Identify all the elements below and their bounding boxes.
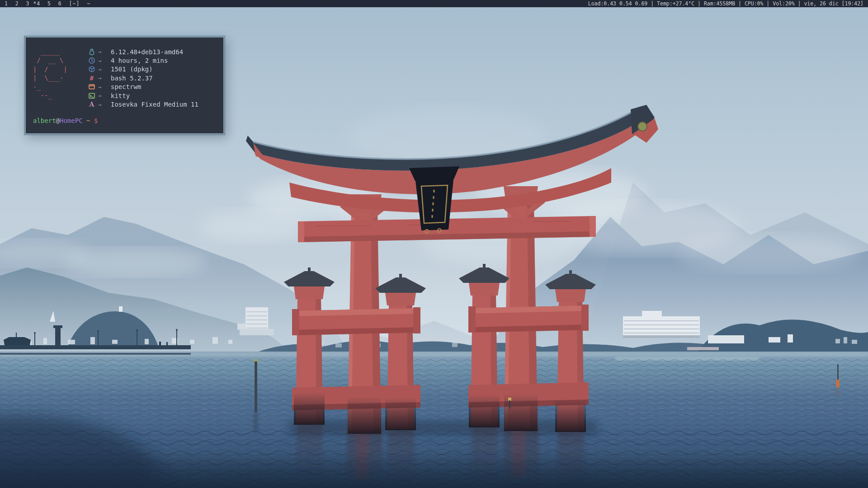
prompt-path: ~ <box>83 117 94 124</box>
status-bar: 1 2 3 *4 5 6 [~] ~ Load:0.43 0.54 0.69 |… <box>0 0 868 7</box>
arrow-icon: → <box>98 92 111 99</box>
debian-ascii-logo: _____ / __ \ | / | | \___- -_ --_ <box>33 47 87 100</box>
packages-value: 1501 (dpkg) <box>111 66 216 73</box>
arrow-icon: → <box>98 101 111 108</box>
arrow-icon: → <box>98 66 111 73</box>
kernel-value: 6.12.48+deb13-amd64 <box>111 48 216 56</box>
prompt-host: HomePC <box>60 117 83 124</box>
terminal-value: kitty <box>111 92 216 99</box>
shell-icon: # <box>87 75 96 82</box>
shell-prompt[interactable]: albert@HomePC ~ $ <box>33 117 216 128</box>
linux-icon <box>87 48 96 56</box>
fetch-line-packages: → 1501 (dpkg) <box>87 65 216 74</box>
fetch-line-uptime: → 4 hours, 2 mins <box>87 56 216 65</box>
terminal-window[interactable]: _____ / __ \ | / | | \___- -_ --_ <box>24 36 225 135</box>
terminal-content: _____ / __ \ | / | | \___- -_ --_ <box>26 38 223 133</box>
desktop: 1 2 3 *4 5 6 [~] ~ Load:0.43 0.54 0.69 |… <box>0 0 868 488</box>
prompt-symbol: $ <box>94 117 98 124</box>
arrow-icon: → <box>98 84 111 90</box>
fetch-output: _____ / __ \ | / | | \___- -_ --_ <box>33 47 216 109</box>
prompt-at: @ <box>56 117 60 124</box>
arrow-icon: → <box>98 48 111 55</box>
fetch-line-shell: # → bash 5.2.37 <box>87 74 216 82</box>
fetch-line-font: A → Iosevka Fixed Medium 11 <box>87 100 216 108</box>
terminal-icon <box>87 92 96 99</box>
window-manager-icon <box>87 83 96 90</box>
system-status-text: Load:0.43 0.54 0.69 | Temp:+27.4°C | Ram… <box>588 0 863 7</box>
fetch-line-wm: → spectrwm <box>87 83 216 91</box>
fetch-line-terminal: → kitty <box>87 91 216 100</box>
arrow-icon: → <box>98 75 111 81</box>
arrow-icon: → <box>98 57 111 64</box>
package-icon <box>87 66 96 73</box>
font-value: Iosevka Fixed Medium 11 <box>111 101 216 108</box>
wm-value: spectrwm <box>111 83 216 90</box>
font-icon: A <box>87 101 96 108</box>
fetch-line-kernel: → 6.12.48+deb13-amd64 <box>87 47 216 56</box>
fetch-lines: → 6.12.48+deb13-amd64 → 4 hours, 2 mins <box>87 47 216 109</box>
shell-value: bash 5.2.37 <box>111 75 216 82</box>
prompt-user: albert <box>33 117 56 124</box>
uptime-value: 4 hours, 2 mins <box>111 57 216 64</box>
clock-icon <box>87 57 96 64</box>
workspace-indicators[interactable]: 1 2 3 *4 5 6 [~] ~ <box>5 0 90 7</box>
